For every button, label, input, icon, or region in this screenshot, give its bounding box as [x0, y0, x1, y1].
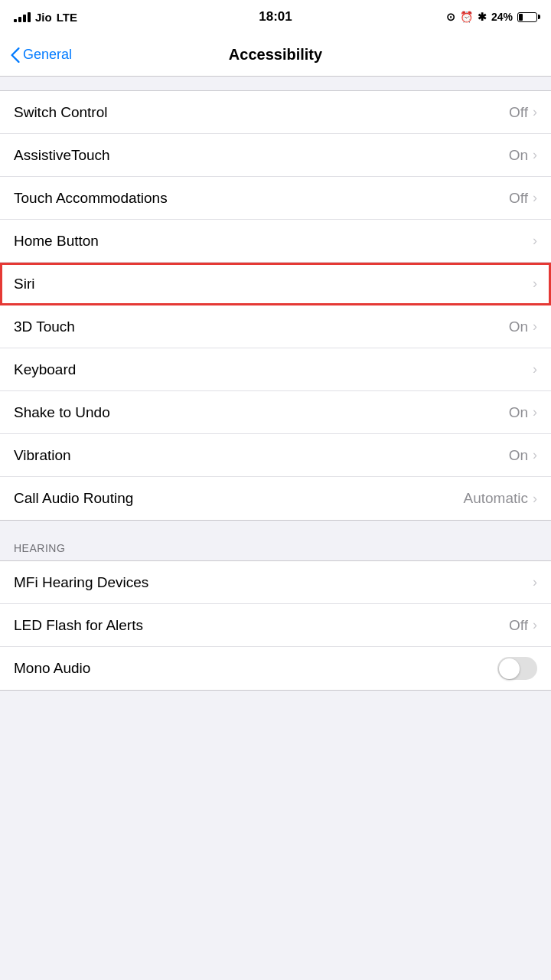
- chevron-icon: ›: [533, 404, 537, 420]
- settings-item-touch-accommodations[interactable]: Touch Accommodations Off ›: [0, 177, 551, 220]
- back-label: General: [23, 47, 72, 63]
- call-audio-routing-value: Automatic ›: [464, 490, 537, 507]
- settings-item-led-flash[interactable]: LED Flash for Alerts Off ›: [0, 604, 551, 647]
- led-flash-value: Off ›: [509, 617, 537, 634]
- settings-item-3d-touch[interactable]: 3D Touch On ›: [0, 305, 551, 348]
- settings-item-mono-audio[interactable]: Mono Audio: [0, 647, 551, 690]
- chevron-icon: ›: [533, 491, 537, 507]
- carrier-info: Jio LTE: [14, 11, 77, 24]
- chevron-icon: ›: [533, 447, 537, 463]
- siri-label: Siri: [14, 276, 34, 292]
- keyboard-label: Keyboard: [14, 361, 76, 378]
- assistivetouch-label: AssistiveTouch: [14, 147, 110, 164]
- battery-percentage: 24%: [491, 11, 513, 23]
- battery-icon: [517, 12, 537, 22]
- touch-accommodations-label: Touch Accommodations: [14, 190, 168, 207]
- carrier-name: Jio: [35, 11, 52, 24]
- shake-to-undo-status: On: [509, 404, 528, 421]
- call-audio-routing-status: Automatic: [464, 490, 528, 507]
- settings-item-switch-control[interactable]: Switch Control Off ›: [0, 91, 551, 134]
- keyboard-value: ›: [533, 361, 537, 377]
- chevron-icon: ›: [533, 147, 537, 163]
- 3d-touch-label: 3D Touch: [14, 318, 75, 335]
- switch-control-value: Off ›: [509, 104, 537, 121]
- screen-record-icon: ⊙: [446, 11, 455, 23]
- switch-control-status: Off: [509, 104, 528, 121]
- home-button-label: Home Button: [14, 233, 99, 250]
- hearing-settings-group: MFi Hearing Devices › LED Flash for Aler…: [0, 560, 551, 691]
- settings-item-keyboard[interactable]: Keyboard ›: [0, 348, 551, 391]
- bottom-gap: [0, 691, 551, 718]
- settings-item-assistivetouch[interactable]: AssistiveTouch On ›: [0, 134, 551, 177]
- led-flash-label: LED Flash for Alerts: [14, 617, 143, 634]
- mono-audio-value: [497, 657, 537, 680]
- chevron-icon: ›: [533, 318, 537, 335]
- 3d-touch-value: On ›: [509, 318, 537, 335]
- top-separator: [0, 77, 551, 90]
- status-time: 18:01: [259, 9, 292, 24]
- vibration-status: On: [509, 447, 528, 464]
- shake-to-undo-label: Shake to Undo: [14, 404, 110, 421]
- call-audio-routing-label: Call Audio Routing: [14, 490, 133, 507]
- hearing-section-title: HEARING: [14, 542, 65, 554]
- page-title: Accessibility: [229, 46, 322, 64]
- chevron-icon: ›: [533, 574, 537, 590]
- assistivetouch-value: On ›: [509, 147, 537, 164]
- settings-item-mfi-hearing[interactable]: MFi Hearing Devices ›: [0, 561, 551, 604]
- mfi-hearing-label: MFi Hearing Devices: [14, 574, 148, 591]
- switch-control-label: Switch Control: [14, 104, 108, 121]
- chevron-icon: ›: [533, 233, 537, 249]
- vibration-value: On ›: [509, 447, 537, 464]
- chevron-icon: ›: [533, 361, 537, 377]
- hearing-section-header: HEARING: [0, 521, 551, 560]
- bluetooth-icon: ✱: [478, 11, 487, 23]
- siri-value: ›: [533, 276, 537, 292]
- shake-to-undo-value: On ›: [509, 404, 537, 421]
- settings-item-vibration[interactable]: Vibration On ›: [0, 434, 551, 477]
- 3d-touch-status: On: [509, 318, 528, 335]
- mfi-hearing-value: ›: [533, 574, 537, 590]
- settings-item-home-button[interactable]: Home Button ›: [0, 220, 551, 263]
- settings-item-siri[interactable]: Siri ›: [0, 263, 551, 305]
- interaction-settings-group: Switch Control Off › AssistiveTouch On ›…: [0, 90, 551, 521]
- network-type: LTE: [57, 11, 77, 24]
- touch-accommodations-status: Off: [509, 190, 528, 207]
- settings-item-shake-to-undo[interactable]: Shake to Undo On ›: [0, 391, 551, 434]
- alarm-icon: ⏰: [460, 11, 473, 23]
- toggle-knob: [499, 658, 520, 679]
- chevron-icon: ›: [533, 617, 537, 633]
- vibration-label: Vibration: [14, 447, 71, 464]
- chevron-icon: ›: [533, 276, 537, 292]
- signal-icon: [14, 11, 31, 22]
- mono-audio-label: Mono Audio: [14, 660, 90, 677]
- chevron-icon: ›: [533, 104, 537, 120]
- back-button[interactable]: General: [11, 47, 72, 63]
- assistivetouch-status: On: [509, 147, 528, 164]
- status-bar: Jio LTE 18:01 ⊙ ⏰ ✱ 24%: [0, 0, 551, 34]
- settings-item-call-audio-routing[interactable]: Call Audio Routing Automatic ›: [0, 477, 551, 520]
- home-button-value: ›: [533, 233, 537, 249]
- nav-bar: General Accessibility: [0, 34, 551, 77]
- mono-audio-toggle[interactable]: [497, 657, 537, 680]
- chevron-icon: ›: [533, 190, 537, 206]
- led-flash-status: Off: [509, 617, 528, 634]
- status-icons: ⊙ ⏰ ✱ 24%: [446, 11, 537, 23]
- touch-accommodations-value: Off ›: [509, 190, 537, 207]
